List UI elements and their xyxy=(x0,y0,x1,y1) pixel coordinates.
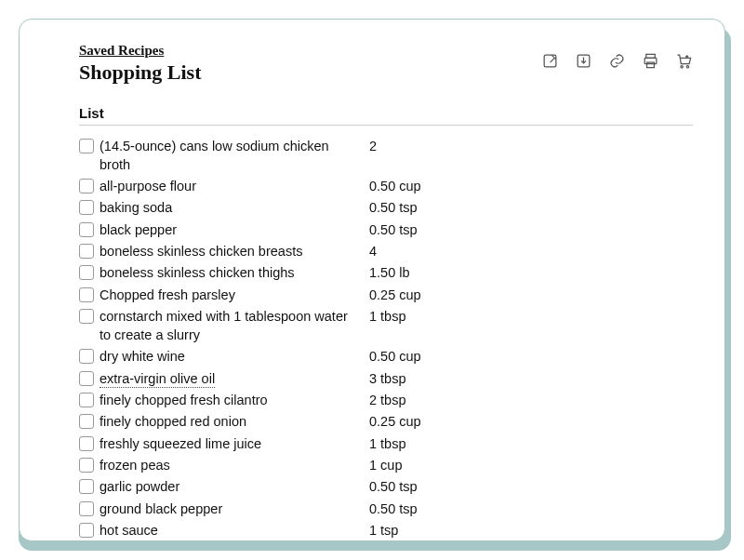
item-name: garlic powder xyxy=(100,479,179,494)
item-quantity: 4 xyxy=(369,242,693,260)
item-checkbox[interactable] xyxy=(79,393,94,407)
toolbar xyxy=(540,42,693,70)
breadcrumb-saved-recipes[interactable]: Saved Recipes xyxy=(79,43,164,59)
item-checkbox[interactable] xyxy=(79,501,94,516)
svg-rect-0 xyxy=(544,55,556,67)
list-item: finely chopped red onion0.25 cup xyxy=(79,411,693,433)
item-name: black pepper xyxy=(100,222,177,237)
item-quantity: 2 tbsp xyxy=(369,391,693,409)
list-item: dry white wine0.50 cup xyxy=(79,346,693,367)
item-checkbox[interactable] xyxy=(79,200,94,215)
list-item: finely chopped fresh cilantro2 tbsp xyxy=(79,390,693,411)
item-checkbox[interactable] xyxy=(79,287,94,302)
shopping-list-card: Saved Recipes Shopping List xyxy=(19,19,725,541)
list-item: extra-virgin olive oil3 tbsp xyxy=(79,367,693,389)
list-item: garlic powder0.50 tsp xyxy=(79,476,693,498)
print-icon[interactable] xyxy=(641,51,659,70)
header: Saved Recipes Shopping List xyxy=(79,42,693,85)
list-item: freshly squeezed lime juice1 tbsp xyxy=(79,433,693,454)
item-checkbox[interactable] xyxy=(79,414,94,429)
item-checkbox[interactable] xyxy=(79,139,94,153)
item-name: (14.5-ounce) cans low sodium chicken bro… xyxy=(100,139,329,172)
list-item: hot sauce1 tsp xyxy=(79,519,693,540)
link-icon[interactable] xyxy=(607,51,626,70)
item-name[interactable]: extra-virgin olive oil xyxy=(100,371,215,388)
list-item: (14.5-ounce) cans low sodium chicken bro… xyxy=(79,135,693,176)
list-item: Chopped fresh parsley0.25 cup xyxy=(79,284,693,305)
item-checkbox[interactable] xyxy=(79,179,94,193)
item-checkbox[interactable] xyxy=(79,436,94,451)
item-quantity: 1 cup xyxy=(369,456,693,474)
item-quantity: 0.50 cup xyxy=(369,347,693,366)
item-name: ground black pepper xyxy=(100,501,222,516)
item-checkbox[interactable] xyxy=(79,309,94,324)
list-item: baking soda0.50 tsp xyxy=(79,197,693,219)
item-name: finely chopped red onion xyxy=(100,414,246,429)
item-name: finely chopped fresh cilantro xyxy=(100,393,268,407)
edit-icon[interactable] xyxy=(540,51,559,70)
section-heading: List xyxy=(79,105,693,121)
item-quantity: 0.50 tsp xyxy=(369,477,693,496)
item-checkbox[interactable] xyxy=(79,479,94,494)
section-divider xyxy=(79,125,693,126)
shopping-list: (14.5-ounce) cans low sodium chicken bro… xyxy=(79,135,693,541)
item-quantity: 1 tbsp xyxy=(369,434,693,453)
item-checkbox[interactable] xyxy=(79,222,94,237)
page-title: Shopping List xyxy=(79,60,201,85)
item-quantity: 0.25 cup xyxy=(369,412,693,431)
item-quantity: 1 tbsp xyxy=(369,307,693,326)
svg-rect-4 xyxy=(646,62,654,68)
item-quantity: 0.50 tsp xyxy=(369,198,693,217)
item-name: boneless skinless chicken breasts xyxy=(100,244,302,259)
item-quantity: 0.50 tsp xyxy=(369,220,693,239)
item-quantity: 1.50 lb xyxy=(369,263,693,282)
item-name: all-purpose flour xyxy=(100,179,196,193)
download-icon[interactable] xyxy=(574,51,592,70)
item-name: boneless skinless chicken thighs xyxy=(100,265,295,280)
item-quantity: 3 tbsp xyxy=(369,369,693,388)
item-quantity: 0.25 cup xyxy=(369,286,693,304)
svg-point-6 xyxy=(686,65,688,67)
svg-point-5 xyxy=(680,65,682,67)
item-name: dry white wine xyxy=(100,349,185,364)
item-name: frozen peas xyxy=(100,458,170,473)
item-checkbox[interactable] xyxy=(79,371,94,386)
list-item: black pepper0.50 tsp xyxy=(79,219,693,240)
item-name: cornstarch mixed with 1 tablespoon water… xyxy=(100,309,348,342)
item-checkbox[interactable] xyxy=(79,244,94,259)
item-name: baking soda xyxy=(100,200,172,215)
item-name: Chopped fresh parsley xyxy=(100,287,235,302)
cart-icon[interactable] xyxy=(674,51,693,70)
item-quantity: 0.50 cup xyxy=(369,177,693,195)
list-item: cornstarch mixed with 1 tablespoon water… xyxy=(79,305,693,346)
item-checkbox[interactable] xyxy=(79,523,94,538)
list-item: boneless skinless chicken thighs1.50 lb xyxy=(79,262,693,284)
item-checkbox[interactable] xyxy=(79,265,94,280)
item-checkbox[interactable] xyxy=(79,349,94,364)
item-quantity: 2 xyxy=(369,137,693,155)
list-item: boneless skinless chicken breasts4 xyxy=(79,240,693,261)
item-name: freshly squeezed lime juice xyxy=(100,436,261,451)
list-item: all-purpose flour0.50 cup xyxy=(79,176,693,197)
list-item: frozen peas1 cup xyxy=(79,454,693,475)
item-name: hot sauce xyxy=(100,523,158,538)
item-quantity: 1 tsp xyxy=(369,521,693,540)
item-quantity: 0.50 tsp xyxy=(369,500,693,518)
item-checkbox[interactable] xyxy=(79,458,94,473)
list-item: ground black pepper0.50 tsp xyxy=(79,498,693,519)
